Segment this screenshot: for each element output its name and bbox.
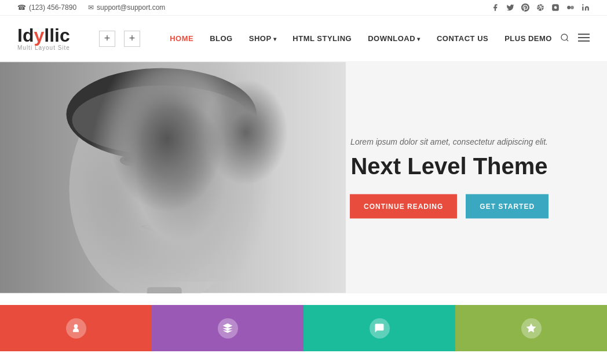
get-started-button[interactable]: GET STARTED — [466, 194, 549, 219]
hero-content: Lorem ipsum dolor sit amet, consectetur … — [321, 137, 576, 219]
nav-item-contact: CONTACT US — [429, 28, 496, 49]
phone-number: (123) 456-7890 — [29, 3, 76, 12]
flickr-link[interactable] — [566, 3, 575, 12]
feature-block-3[interactable] — [304, 305, 455, 351]
logo-part1: Id — [17, 25, 34, 46]
hero-title: Next Level Theme — [321, 152, 576, 180]
feature-block-4[interactable] — [455, 305, 607, 351]
nav-link-download[interactable]: DOWNLOAD — [360, 28, 429, 49]
linkedin-link[interactable] — [582, 3, 590, 12]
nav-main: HOME BLOG SHOP HTML STYLING DOWNLOAD CON… — [162, 28, 590, 49]
site-logo[interactable]: Idyllic — [17, 26, 70, 45]
nav-link-shop[interactable]: SHOP — [241, 28, 285, 49]
svg-marker-21 — [526, 323, 536, 333]
continue-reading-button[interactable]: CONTINUE READING — [350, 194, 457, 219]
hamburger-icon[interactable] — [578, 32, 590, 45]
feature-icon-3 — [370, 318, 390, 339]
email-address: support@support.com — [97, 3, 165, 12]
nav-link-plus[interactable]: PLUS DEMO — [496, 28, 560, 49]
top-bar-left: ☎ (123) 456-7890 ✉ support@support.com — [17, 3, 165, 12]
svg-point-6 — [561, 34, 568, 41]
svg-rect-11 — [0, 62, 346, 293]
hero-buttons: CONTINUE READING GET STARTED — [321, 194, 576, 219]
svg-point-13 — [120, 155, 145, 166]
nav-item-html: HTML STYLING — [284, 28, 360, 49]
logo-area: Idyllic Multi Layout Site + + — [17, 26, 140, 51]
widget-buttons: + + — [99, 31, 140, 47]
nav-item-blog: BLOG — [202, 28, 241, 49]
nav-link-blog[interactable]: BLOG — [202, 28, 241, 49]
nav-item-shop: SHOP — [241, 28, 285, 49]
logo-part2: llic — [44, 25, 70, 46]
feature-block-2[interactable] — [152, 305, 304, 351]
svg-point-3 — [567, 6, 571, 9]
facebook-link[interactable] — [491, 3, 499, 12]
widget-btn-2[interactable]: + — [124, 31, 140, 47]
feature-icon-2 — [218, 318, 238, 339]
widget-btn-1[interactable]: + — [99, 31, 115, 47]
nav-list: HOME BLOG SHOP HTML STYLING DOWNLOAD CON… — [162, 28, 560, 49]
plus-icon-1: + — [104, 32, 111, 45]
plus-icon-2: + — [129, 32, 136, 45]
email-info: ✉ support@support.com — [88, 3, 165, 12]
instagram-link[interactable] — [551, 3, 560, 12]
svg-rect-17 — [147, 287, 182, 293]
svg-point-18 — [66, 68, 257, 160]
svg-point-19 — [72, 86, 251, 155]
feature-block-1[interactable] — [0, 305, 152, 351]
svg-point-14 — [124, 156, 141, 163]
face-bg — [0, 62, 346, 293]
phone-icon: ☎ — [17, 3, 26, 12]
face-svg — [0, 62, 346, 293]
feature-icon-1 — [66, 318, 86, 339]
top-bar: ☎ (123) 456-7890 ✉ support@support.com — [0, 0, 607, 16]
svg-point-5 — [582, 4, 583, 5]
nav-item-plus: PLUS DEMO — [496, 28, 560, 49]
svg-point-16 — [182, 153, 199, 160]
nav-item-download: DOWNLOAD — [360, 28, 429, 49]
nav-item-home: HOME — [162, 28, 202, 49]
email-icon: ✉ — [88, 3, 94, 12]
search-icon[interactable] — [560, 33, 569, 45]
hero-subtitle: Lorem ipsum dolor sit amet, consectetur … — [321, 137, 576, 146]
svg-point-12 — [69, 74, 254, 293]
social-links — [491, 3, 590, 12]
nav-link-html[interactable]: HTML STYLING — [284, 28, 360, 49]
logo-wrapper: Idyllic Multi Layout Site — [17, 26, 70, 51]
logo-accent: y — [34, 25, 44, 46]
svg-line-7 — [566, 39, 568, 41]
nav-link-contact[interactable]: CONTACT US — [429, 28, 496, 49]
feature-icon-4 — [521, 318, 542, 339]
header: Idyllic Multi Layout Site + + HOME BLOG — [0, 16, 607, 62]
dribbble-link[interactable] — [536, 3, 544, 12]
pinterest-link[interactable] — [521, 3, 529, 12]
hero-image — [0, 62, 346, 293]
svg-point-4 — [571, 6, 574, 9]
hero-section: Lorem ipsum dolor sit amet, consectetur … — [0, 62, 607, 293]
svg-point-15 — [178, 152, 203, 163]
main-nav: HOME BLOG SHOP HTML STYLING DOWNLOAD CON… — [162, 28, 560, 49]
feature-blocks — [0, 305, 607, 351]
nav-link-home[interactable]: HOME — [162, 28, 202, 49]
logo-subtitle: Multi Layout Site — [17, 45, 70, 51]
phone-info: ☎ (123) 456-7890 — [17, 3, 76, 12]
twitter-link[interactable] — [506, 3, 514, 12]
svg-point-20 — [74, 324, 78, 328]
header-icons — [560, 32, 590, 45]
